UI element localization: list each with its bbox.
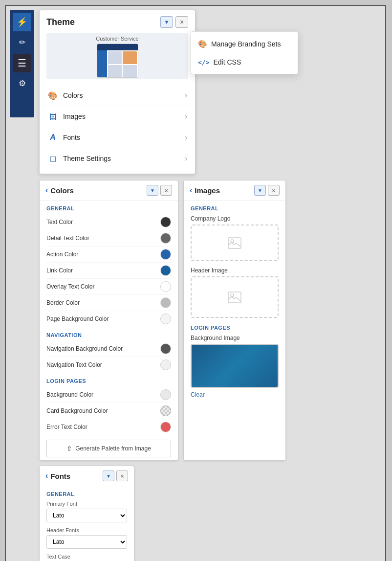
fonts-panel-dropdown-btn[interactable]: ▼ bbox=[103, 471, 114, 481]
header-fonts-label: Header Fonts bbox=[46, 527, 127, 533]
color-row-link: Link Color bbox=[46, 263, 171, 279]
menu-item-fonts[interactable]: A Fonts › bbox=[40, 127, 195, 148]
fonts-menu-icon: A bbox=[47, 132, 58, 143]
sidebar-icon-edit[interactable]: ✏ bbox=[13, 33, 31, 51]
border-color-label: Border Color bbox=[46, 299, 80, 306]
color-row-error-text: Error Text Color bbox=[46, 419, 171, 435]
menu-item-colors[interactable]: 🎨 Colors › bbox=[40, 85, 195, 106]
fonts-panel-close-btn[interactable]: × bbox=[116, 471, 128, 481]
color-row-card-bg: Card Background Color bbox=[46, 403, 171, 419]
theme-settings-chevron: › bbox=[185, 155, 187, 162]
sidebar-icon-list[interactable]: ☰ bbox=[13, 54, 31, 72]
clear-link[interactable]: Clear bbox=[191, 391, 205, 398]
nav-text-swatch[interactable] bbox=[160, 359, 171, 370]
dropdown-item-css[interactable]: </> Edit CSS bbox=[191, 53, 298, 71]
images-menu-icon: 🖼 bbox=[47, 111, 58, 122]
images-panel-back[interactable]: ‹ bbox=[190, 186, 192, 195]
images-general-label: GENERAL bbox=[191, 205, 279, 211]
colors-menu-icon: 🎨 bbox=[47, 90, 58, 101]
company-logo-upload[interactable] bbox=[191, 224, 279, 261]
color-row-nav-bg: Navigation Background Color bbox=[46, 341, 171, 357]
background-image-label: Background Image bbox=[191, 335, 279, 341]
images-panel-dropdown-btn[interactable]: ▼ bbox=[254, 185, 266, 196]
colors-navigation-label: NAVIGATION bbox=[46, 332, 171, 338]
branding-label: Manage Branding Sets bbox=[211, 40, 281, 48]
color-row-nav-text: Navigation Text Color bbox=[46, 357, 171, 373]
colors-chevron: › bbox=[185, 91, 187, 99]
error-text-swatch[interactable] bbox=[160, 422, 171, 432]
dropdown-item-branding[interactable]: 🎨 Manage Branding Sets bbox=[191, 35, 298, 53]
sidebar-icon-settings[interactable]: ⚙ bbox=[13, 74, 31, 92]
color-row-border: Border Color bbox=[46, 295, 171, 311]
header-image-upload[interactable] bbox=[191, 276, 279, 318]
menu-item-theme-settings[interactable]: ◫ Theme Settings › bbox=[40, 148, 195, 169]
theme-close-btn[interactable]: × bbox=[175, 16, 188, 28]
detail-text-color-label: Detail Text Color bbox=[46, 235, 89, 242]
link-color-label: Link Color bbox=[46, 267, 73, 274]
branding-icon: 🎨 bbox=[198, 40, 207, 48]
overlay-color-swatch[interactable] bbox=[160, 281, 171, 292]
login-bg-label: Background Color bbox=[46, 391, 93, 398]
theme-settings-menu-icon: ◫ bbox=[47, 153, 58, 164]
nav-text-label: Navigation Text Color bbox=[46, 361, 102, 368]
images-panel-close-btn[interactable]: × bbox=[268, 185, 280, 196]
fonts-chevron: › bbox=[185, 134, 187, 141]
detail-text-color-swatch[interactable] bbox=[160, 233, 171, 244]
overlay-text-color-label: Overlay Text Color bbox=[46, 283, 94, 290]
generate-label: Generate Palette from Image bbox=[75, 445, 151, 452]
company-logo-label: Company Logo bbox=[191, 215, 279, 222]
images-chevron: › bbox=[185, 112, 187, 120]
preview-mockup bbox=[97, 44, 138, 78]
images-menu-label: Images bbox=[63, 112, 86, 120]
images-login-label: LOGIN PAGES bbox=[191, 325, 279, 331]
error-text-label: Error Text Color bbox=[46, 424, 87, 430]
color-row-detail: Detail Text Color bbox=[46, 230, 171, 247]
svg-rect-0 bbox=[228, 238, 241, 248]
header-fonts-select[interactable]: Lato bbox=[46, 535, 127, 549]
preview-label: Customer Service bbox=[96, 36, 138, 42]
fonts-general-label: GENERAL bbox=[46, 491, 127, 497]
primary-font-label: Primary Font bbox=[46, 501, 127, 507]
color-row-login-bg: Background Color bbox=[46, 387, 171, 403]
background-image-filled[interactable] bbox=[191, 344, 279, 388]
login-bg-swatch[interactable] bbox=[160, 389, 171, 400]
svg-point-3 bbox=[231, 294, 234, 297]
text-case-label: Text Case bbox=[46, 554, 127, 560]
images-panel-title: Images bbox=[195, 186, 220, 195]
page-bg-color-swatch[interactable] bbox=[160, 314, 171, 324]
nav-bg-label: Navigation Background Color bbox=[46, 345, 123, 352]
css-icon: </> bbox=[198, 59, 209, 66]
link-color-swatch[interactable] bbox=[160, 265, 171, 276]
colors-panel-back[interactable]: ‹ bbox=[45, 186, 48, 195]
fonts-menu-label: Fonts bbox=[63, 134, 80, 141]
css-label: Edit CSS bbox=[213, 58, 241, 66]
text-color-swatch[interactable] bbox=[160, 217, 171, 227]
colors-general-label: GENERAL bbox=[46, 205, 171, 211]
colors-panel: ‹ Colors ▼ × GENERAL Text Color bbox=[39, 180, 178, 461]
fonts-panel: ‹ Fonts ▼ × GENERAL Primary Font bbox=[39, 466, 134, 561]
colors-menu-label: Colors bbox=[63, 91, 83, 99]
theme-preview: Customer Service bbox=[46, 33, 188, 79]
theme-dropdown-btn[interactable]: ▼ bbox=[160, 16, 173, 28]
menu-item-images[interactable]: 🖼 Images › bbox=[40, 106, 195, 127]
generate-palette-btn[interactable]: ⇧ Generate Palette from Image bbox=[46, 440, 171, 457]
action-color-label: Action Color bbox=[46, 251, 78, 258]
border-color-swatch[interactable] bbox=[160, 297, 171, 308]
page-bg-color-label: Page Background Color bbox=[46, 315, 109, 322]
color-row-action: Action Color bbox=[46, 247, 171, 263]
card-bg-label: Card Background Color bbox=[46, 407, 108, 414]
card-bg-swatch[interactable] bbox=[160, 405, 171, 416]
action-color-swatch[interactable] bbox=[160, 249, 171, 260]
sidebar-icon-lightning[interactable]: ⚡ bbox=[13, 13, 31, 31]
images-panel: ‹ Images ▼ × GENERAL Company Logo bbox=[183, 180, 286, 461]
nav-bg-swatch[interactable] bbox=[160, 343, 171, 354]
colors-panel-dropdown-btn[interactable]: ▼ bbox=[147, 185, 158, 196]
color-row-page-bg: Page Background Color bbox=[46, 311, 171, 327]
color-row-text: Text Color bbox=[46, 214, 171, 230]
fonts-panel-back[interactable]: ‹ bbox=[45, 471, 48, 480]
primary-font-select[interactable]: Lato bbox=[46, 509, 127, 522]
dropdown-menu: 🎨 Manage Branding Sets </> Edit CSS bbox=[191, 31, 298, 74]
text-color-label: Text Color bbox=[46, 219, 73, 225]
color-row-overlay: Overlay Text Color bbox=[46, 279, 171, 295]
colors-panel-close-btn[interactable]: × bbox=[160, 185, 172, 196]
